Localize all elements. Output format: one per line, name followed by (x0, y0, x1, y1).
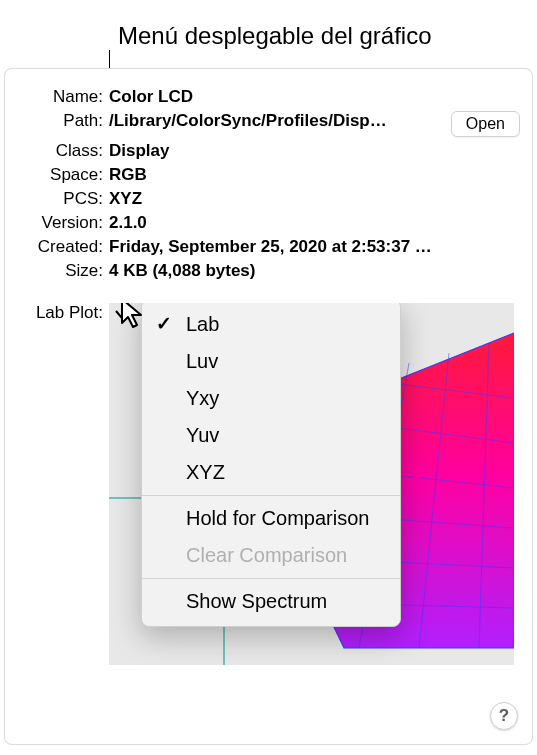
value-path: /Library/ColorSync/Profiles/Disp… (109, 111, 441, 131)
value-name: Color LCD (109, 87, 441, 107)
value-pcs: XYZ (109, 189, 441, 209)
plot-dropdown-menu: ✓ Lab Luv Yxy Yuv XYZ Hold for Compariso… (141, 303, 401, 627)
menu-item-show-spectrum[interactable]: Show Spectrum (142, 583, 400, 620)
value-space: RGB (109, 165, 441, 185)
value-created: Friday, September 25, 2020 at 2:53:37 P… (109, 237, 441, 257)
profile-meta-table: Name: Color LCD Path: /Library/ColorSync… (5, 87, 532, 281)
label-version: Version: (5, 213, 105, 233)
menu-item-label: Clear Comparison (186, 544, 347, 566)
menu-item-label: Yuv (186, 424, 219, 446)
annotation-label: Menú desplegable del gráfico (118, 22, 432, 50)
help-button[interactable]: ? (490, 702, 518, 730)
label-created: Created: (5, 237, 105, 257)
menu-item-xyz[interactable]: XYZ (142, 454, 400, 491)
menu-separator (142, 495, 400, 496)
check-icon: ✓ (156, 312, 172, 335)
label-size: Size: (5, 261, 105, 281)
label-space: Space: (5, 165, 105, 185)
label-lab-plot: Lab Plot: (5, 303, 105, 665)
menu-separator (142, 578, 400, 579)
label-name: Name: (5, 87, 105, 107)
label-pcs: PCS: (5, 189, 105, 209)
value-size: 4 KB (4,088 bytes) (109, 261, 441, 281)
label-path: Path: (5, 111, 105, 131)
menu-item-label: Luv (186, 350, 218, 372)
open-button[interactable]: Open (451, 111, 520, 137)
menu-item-label: Yxy (186, 387, 219, 409)
profile-info-panel: Name: Color LCD Path: /Library/ColorSync… (4, 68, 533, 745)
menu-item-label: Lab (186, 313, 219, 335)
menu-item-clear-comparison: Clear Comparison (142, 537, 400, 574)
menu-item-yxy[interactable]: Yxy (142, 380, 400, 417)
chevron-down-icon (115, 309, 127, 319)
menu-item-lab[interactable]: ✓ Lab (142, 306, 400, 343)
menu-item-hold-comparison[interactable]: Hold for Comparison (142, 500, 400, 537)
menu-item-yuv[interactable]: Yuv (142, 417, 400, 454)
value-version: 2.1.0 (109, 213, 441, 233)
menu-item-luv[interactable]: Luv (142, 343, 400, 380)
menu-item-label: Show Spectrum (186, 590, 327, 612)
plot-dropdown-trigger[interactable] (109, 303, 133, 325)
menu-item-label: Hold for Comparison (186, 507, 369, 529)
value-class: Display (109, 141, 441, 161)
lab-plot-area[interactable]: ✓ Lab Luv Yxy Yuv XYZ Hold for Compariso… (109, 303, 514, 665)
label-class: Class: (5, 141, 105, 161)
menu-item-label: XYZ (186, 461, 225, 483)
